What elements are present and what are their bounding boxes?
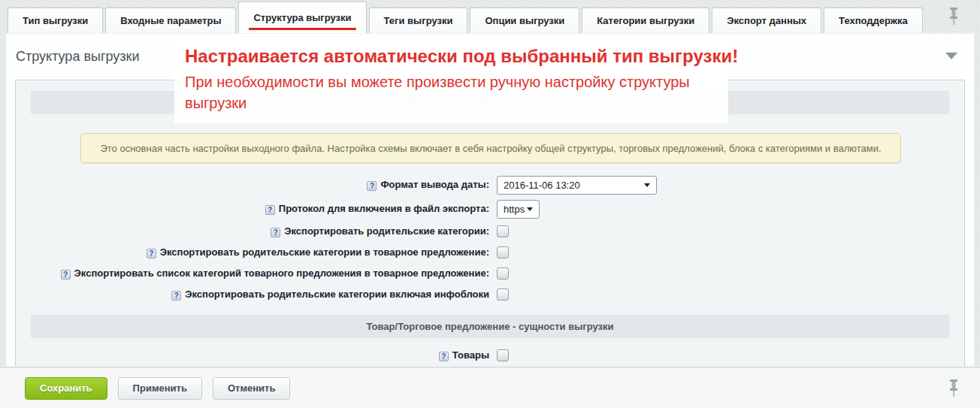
tab-export-tags[interactable]: Теги выгрузки (369, 8, 468, 33)
field-row-products: ?Товары (16, 347, 964, 364)
general-settings: ?Формат вывода даты: 2016-11-06 13:20 ?П… (16, 175, 964, 303)
tab-export-structure[interactable]: Структура выгрузки (238, 2, 366, 33)
export-parent-categories-to-offer-checkbox[interactable] (497, 246, 509, 258)
warning-line-2: При необходимости вы можете произвести р… (185, 71, 711, 113)
help-icon[interactable]: ? (147, 249, 156, 258)
chevron-down-icon[interactable] (945, 53, 957, 59)
page-title: Структура выгрузки (16, 49, 139, 65)
section-header-entities: Товар/Торговое предложение - сущности вы… (31, 315, 949, 338)
tab-data-export[interactable]: Экспорт данных (712, 8, 821, 33)
field-row-export-cat-list-offer: ?Экспортировать список категорий товарно… (16, 265, 964, 282)
field-label: ?Формат вывода даты: (16, 179, 489, 191)
export-parent-categories-incl-iblocks-checkbox[interactable] (497, 289, 509, 301)
field-row-export-parent-cats: ?Экспортировать родительские категории: (16, 223, 964, 240)
help-icon[interactable]: ? (439, 352, 449, 361)
warning-line-1: Настраивается автоматически под выбранны… (185, 44, 728, 68)
help-icon[interactable]: ? (271, 228, 280, 237)
save-button[interactable]: Сохранить (25, 377, 107, 400)
entity-settings: ?Товары ?Товары с элементами торговых пр… (16, 347, 964, 366)
field-label: ?Экспортировать родительские категории в… (16, 289, 489, 301)
help-icon[interactable]: ? (171, 291, 181, 301)
select-arrow-icon (644, 183, 650, 187)
tab-input-params[interactable]: Входные параметры (105, 8, 236, 33)
checkbox-label: Экспортировать родительские категории вк… (185, 289, 489, 300)
protocol-label: Протокол для включения в файл экспорта: (279, 203, 489, 214)
tab-bar: Тип выгрузки Входные параметры Структура… (0, 0, 980, 33)
products-checkbox[interactable] (497, 349, 509, 361)
info-box: Это основная часть настройки выходного ф… (80, 133, 901, 163)
field-row-export-parent-cats-iblocks: ?Экспортировать родительские категории в… (16, 286, 964, 303)
help-icon[interactable]: ? (265, 205, 275, 215)
tab-export-options[interactable]: Опции выгрузки (470, 8, 579, 33)
checkbox-label: Экспортировать родительские категории в … (160, 246, 489, 258)
field-label: ?Экспортировать родительские категории: (16, 225, 489, 237)
pushpin-icon[interactable] (947, 378, 960, 397)
field-label: ?Экспортировать список категорий товарно… (16, 267, 489, 280)
checkbox-label: Экспортировать родительские категории: (284, 225, 489, 237)
checkbox-label: Экспортировать список категорий товарног… (74, 267, 489, 279)
footer-bar: Сохранить Применить Отменить (0, 367, 980, 408)
page: Тип выгрузки Входные параметры Структура… (0, 0, 980, 408)
field-row-date-format: ?Формат вывода даты: 2016-11-06 13:20 (16, 175, 964, 195)
select-arrow-icon (527, 207, 533, 211)
date-format-value: 2016-11-06 13:20 (504, 180, 580, 191)
field-label: ?Товары (16, 349, 489, 361)
tab-export-categories[interactable]: Категории выгрузки (582, 8, 709, 33)
export-category-list-to-offer-checkbox[interactable] (497, 267, 509, 280)
tab-support[interactable]: Техподдержка (824, 8, 923, 33)
export-parent-categories-checkbox[interactable] (497, 225, 509, 237)
field-row-protocol: ?Протокол для включения в файл экспорта:… (16, 199, 964, 219)
field-label: ?Протокол для включения в файл экспорта: (16, 203, 489, 215)
help-icon[interactable]: ? (61, 270, 71, 280)
apply-button[interactable]: Применить (118, 377, 202, 400)
field-label: ?Экспортировать родительские категории в… (16, 246, 489, 258)
auto-config-warning: Настраивается автоматически под выбранны… (174, 41, 728, 123)
tab-export-type[interactable]: Тип выгрузки (8, 8, 103, 33)
help-icon[interactable]: ? (367, 181, 377, 191)
date-format-select[interactable]: 2016-11-06 13:20 (497, 176, 657, 195)
checkbox-label: Товары (452, 349, 489, 361)
pushpin-icon[interactable] (947, 6, 960, 26)
date-format-label: Формат вывода даты: (380, 179, 489, 190)
field-row-export-parent-cats-offer: ?Экспортировать родительские категории в… (16, 244, 964, 261)
cancel-button[interactable]: Отменить (213, 377, 291, 400)
protocol-value: https (504, 204, 525, 215)
protocol-select[interactable]: https (497, 200, 540, 219)
